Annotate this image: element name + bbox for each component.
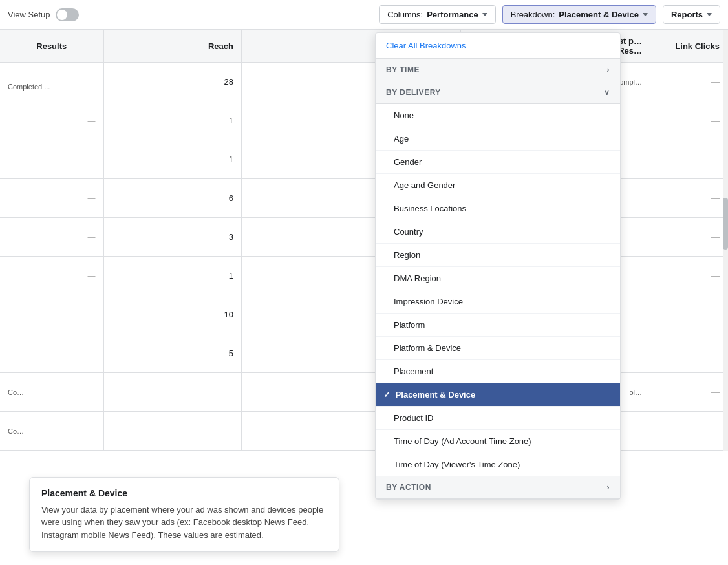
dropdown-item-placement[interactable]: Placement: [376, 360, 620, 383]
breakdown-btn-value: Placement & Device: [559, 10, 639, 19]
row-results-cell: Co…: [0, 412, 103, 451]
row-linkclicks-cell: —: [650, 257, 728, 295]
dropdown-item-platform-device[interactable]: Platform & Device: [376, 337, 620, 360]
by-delivery-label: BY DELIVERY: [386, 88, 441, 97]
dropdown-item-platform[interactable]: Platform: [376, 314, 620, 337]
reports-button[interactable]: Reports: [663, 5, 720, 24]
by-delivery-section[interactable]: BY DELIVERY ∨: [376, 81, 620, 104]
row-results-cell: Co…: [0, 373, 103, 412]
row-results-cell: —: [0, 257, 103, 295]
chevron-down-icon: ∨: [604, 88, 610, 97]
row-results-cell: —: [0, 140, 103, 179]
breakdown-dropdown: Clear All Breakdowns BY TIME › BY DELIVE…: [375, 32, 621, 500]
row-linkclicks-cell: —: [650, 140, 728, 179]
chevron-down-icon: [482, 13, 487, 16]
chevron-down-icon: [643, 13, 648, 16]
row-linkclicks-cell: —: [650, 295, 728, 334]
dropdown-item-age[interactable]: Age: [376, 127, 620, 151]
dropdown-item-product-id[interactable]: Product ID: [376, 407, 620, 430]
dropdown-item-none[interactable]: None: [376, 104, 620, 127]
scrollbar[interactable]: [723, 30, 728, 451]
by-time-section[interactable]: BY TIME ›: [376, 59, 620, 81]
row-linkclicks-cell: —: [650, 63, 728, 101]
view-setup-group: View Setup: [8, 8, 79, 21]
row-linkclicks-cell: —: [650, 101, 728, 140]
chevron-right-icon: ›: [607, 483, 610, 492]
breakdown-btn-prefix: Breakdown:: [511, 10, 555, 19]
view-setup-label: View Setup: [8, 10, 50, 19]
toolbar: View Setup Columns: Performance Breakdow…: [0, 0, 728, 30]
row-linkclicks-cell: —: [650, 179, 728, 218]
row-reach-cell: 28: [103, 63, 241, 101]
col-linkclicks-header: Link Clicks: [650, 30, 728, 63]
row-reach-cell: 10: [103, 295, 241, 334]
clear-all-breakdowns-link[interactable]: Clear All Breakdowns: [386, 41, 466, 50]
by-time-label: BY TIME: [386, 65, 420, 74]
tooltip-body: View your data by placement where your a…: [41, 504, 327, 542]
dropdown-item-time-viewer[interactable]: Time of Day (Viewer's Time Zone): [376, 453, 620, 476]
breakdown-button[interactable]: Breakdown: Placement & Device: [502, 5, 656, 24]
row-reach-cell: 5: [103, 334, 241, 373]
dropdown-item-region[interactable]: Region: [376, 244, 620, 267]
dropdown-item-gender[interactable]: Gender: [376, 151, 620, 174]
tooltip-title: Placement & Device: [41, 488, 327, 498]
columns-btn-value: Performance: [427, 10, 478, 19]
col-reach-header: Reach: [103, 30, 241, 63]
row-results-cell: —: [0, 101, 103, 140]
row-reach-cell: 3: [103, 218, 241, 257]
dropdown-item-business-locations[interactable]: Business Locations: [376, 197, 620, 220]
row-results-cell: — Completed ...: [0, 63, 103, 101]
by-action-label: BY ACTION: [386, 483, 431, 492]
dropdown-item-placement-device[interactable]: Placement & Device: [376, 383, 620, 407]
col-results-header: Results: [0, 30, 103, 63]
chevron-right-icon: ›: [607, 65, 610, 74]
view-setup-toggle[interactable]: [56, 8, 79, 21]
row-results-cell: —: [0, 295, 103, 334]
row-results-cell: —: [0, 218, 103, 257]
placement-device-tooltip: Placement & Device View your data by pla…: [29, 477, 339, 553]
columns-btn-prefix: Columns:: [387, 10, 423, 19]
reports-btn-label: Reports: [671, 10, 703, 19]
row-reach-cell: 1: [103, 101, 241, 140]
dropdown-item-impression-device[interactable]: Impression Device: [376, 290, 620, 314]
row-results-cell: —: [0, 334, 103, 373]
row-reach-cell: 1: [103, 140, 241, 179]
scrollbar-thumb[interactable]: [723, 198, 728, 250]
row-reach-cell: 1: [103, 257, 241, 295]
columns-button[interactable]: Columns: Performance: [379, 5, 495, 24]
dropdown-item-dma-region[interactable]: DMA Region: [376, 267, 620, 290]
clear-all-breakdowns-row[interactable]: Clear All Breakdowns: [376, 33, 620, 59]
by-action-section[interactable]: BY ACTION ›: [376, 476, 620, 499]
row-reach-cell: 6: [103, 179, 241, 218]
row-results-cell: —: [0, 179, 103, 218]
row-linkclicks-cell: —: [650, 334, 728, 373]
dropdown-item-time-ad-account[interactable]: Time of Day (Ad Account Time Zone): [376, 430, 620, 453]
row-linkclicks-cell: —: [650, 218, 728, 257]
dropdown-item-country[interactable]: Country: [376, 220, 620, 244]
dropdown-item-age-gender[interactable]: Age and Gender: [376, 174, 620, 197]
chevron-down-icon: [707, 13, 712, 16]
